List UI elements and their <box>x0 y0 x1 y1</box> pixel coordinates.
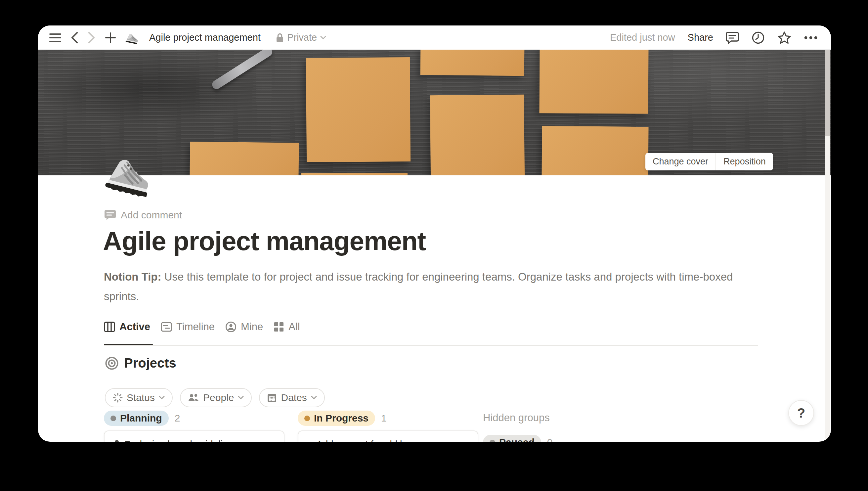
card-title: Add support for old browsers <box>316 438 439 442</box>
status-dot <box>304 415 310 421</box>
notion-tip-bold: Notion Tip: <box>104 271 161 283</box>
filter-label: People <box>203 392 234 403</box>
sticky-note <box>420 50 525 76</box>
chevron-down-icon <box>238 396 244 400</box>
sticky-note <box>301 173 408 175</box>
filter-status[interactable]: Status <box>105 388 173 407</box>
tabs-divider <box>104 345 758 346</box>
card-title: Redesign brand guidelines <box>124 438 238 442</box>
project-card[interactable]: Add support for old browsers <box>298 430 478 442</box>
breadcrumb-page-title[interactable]: Agile project management <box>149 32 261 43</box>
people-icon <box>188 393 199 402</box>
tab-mine[interactable]: Mine <box>225 321 263 333</box>
sticky-note <box>539 50 648 114</box>
pin-icon <box>113 439 120 442</box>
scrollbar-thumb[interactable] <box>825 50 830 136</box>
add-comment-label: Add comment <box>121 209 182 221</box>
tab-timeline[interactable]: Timeline <box>161 321 215 333</box>
chevron-down-icon <box>320 36 326 40</box>
tab-label: Mine <box>241 321 263 333</box>
group-count: 2 <box>175 412 180 424</box>
sticky-note <box>189 142 299 175</box>
status-dot <box>489 440 495 442</box>
group-chip: Planning <box>104 411 169 426</box>
group-name: In Progress <box>314 412 368 424</box>
status-spinner-icon <box>113 393 123 403</box>
timeline-icon <box>161 322 172 332</box>
grid-icon <box>274 322 284 332</box>
reposition-button[interactable]: Reposition <box>716 153 773 170</box>
hidden-groups-label: Hidden groups <box>483 412 550 424</box>
filter-label: Status <box>127 392 155 403</box>
share-button[interactable]: Share <box>688 32 713 43</box>
notion-window: Agile project management Private Edited … <box>38 26 831 442</box>
sticky-note <box>306 57 411 162</box>
group-name: Paused <box>499 437 535 442</box>
chevron-down-icon <box>159 396 165 400</box>
group-chip: Paused <box>483 435 541 442</box>
status-dot <box>111 415 116 421</box>
group-header-planning[interactable]: Planning 2 <box>104 411 180 426</box>
add-comment-button[interactable]: Add comment <box>104 209 182 221</box>
cover-pen-photo <box>210 50 274 91</box>
filter-label: Dates <box>281 392 307 403</box>
projects-section-header: Projects <box>105 356 176 371</box>
group-chip: In Progress <box>298 411 375 426</box>
page-breadcrumb-shoe-icon <box>125 32 139 44</box>
sticky-note <box>430 95 525 175</box>
forward-icon[interactable] <box>88 32 96 44</box>
group-count: 1 <box>381 412 387 424</box>
filter-dates[interactable]: Dates <box>259 388 325 407</box>
favorite-star-icon[interactable] <box>777 31 791 44</box>
back-icon[interactable] <box>70 32 79 44</box>
project-card[interactable]: Redesign brand guidelines <box>104 430 285 442</box>
page-icon-shoe[interactable] <box>105 149 151 198</box>
lock-icon <box>276 33 284 43</box>
sticky-note <box>541 126 648 175</box>
board-icon <box>104 322 115 332</box>
change-cover-button[interactable]: Change cover <box>646 153 716 170</box>
section-title[interactable]: Projects <box>124 356 176 371</box>
new-page-icon[interactable] <box>105 32 116 44</box>
notion-tip: Notion Tip: Use this template to for pro… <box>104 267 749 306</box>
page-title[interactable]: Agile project management <box>103 226 426 256</box>
group-header-paused[interactable]: Paused 0 <box>483 435 552 442</box>
tab-active[interactable]: Active <box>104 321 150 333</box>
sidebar-menu-icon[interactable] <box>49 33 61 43</box>
edited-status: Edited just now <box>610 32 675 43</box>
cover-image: Change cover Reposition <box>38 50 831 175</box>
tab-label: Timeline <box>176 321 215 333</box>
filter-people[interactable]: People <box>180 388 252 407</box>
calendar-icon <box>267 393 277 403</box>
top-toolbar: Agile project management Private Edited … <box>38 26 831 50</box>
person-circle-icon <box>225 321 237 333</box>
help-label: ? <box>797 406 805 421</box>
group-name: Planning <box>120 412 162 424</box>
view-tabs: Active Timeline Mine All <box>104 321 300 333</box>
more-options-icon[interactable] <box>804 36 818 39</box>
privacy-control[interactable]: Private <box>276 32 326 43</box>
group-count: 0 <box>547 437 553 442</box>
tab-label: Active <box>119 321 150 333</box>
updates-clock-icon[interactable] <box>752 31 765 44</box>
comment-bubble-icon <box>104 209 116 221</box>
tab-label: All <box>289 321 300 333</box>
privacy-label: Private <box>287 32 317 43</box>
comments-icon[interactable] <box>726 31 739 44</box>
cover-buttons: Change cover Reposition <box>646 153 773 170</box>
filter-bar: Status People Dates <box>105 388 325 407</box>
chevron-down-icon <box>311 396 317 400</box>
help-button[interactable]: ? <box>788 400 814 426</box>
notion-tip-text: Use this template to for project and iss… <box>104 271 733 302</box>
tab-all[interactable]: All <box>274 321 300 333</box>
group-header-in-progress[interactable]: In Progress 1 <box>298 411 387 426</box>
target-icon <box>105 356 119 370</box>
